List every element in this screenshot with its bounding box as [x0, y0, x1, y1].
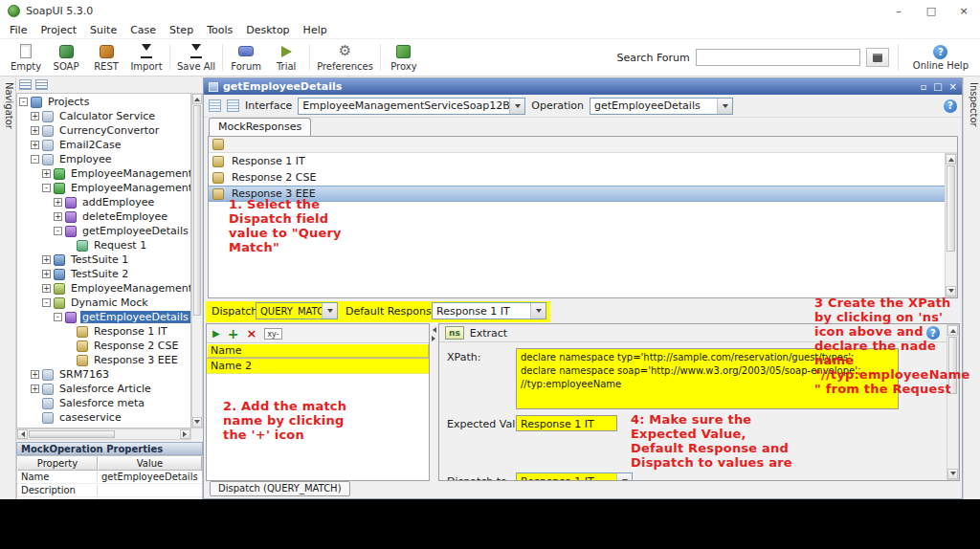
expand-toggle-icon[interactable]: +: [31, 141, 39, 149]
expand-toggle-icon[interactable]: +: [42, 270, 51, 278]
tree-item-operation[interactable]: - getEmployeeDetails: [17, 224, 190, 238]
tree-item-project[interactable]: Salesforce meta: [17, 396, 190, 410]
tree-vertical-scrollbar[interactable]: [191, 93, 203, 428]
chevron-down-icon[interactable]: [530, 303, 546, 318]
tree-item-mockresponse[interactable]: Response 1 IT: [17, 324, 190, 339]
float-window-icon[interactable]: ▫: [920, 81, 926, 92]
scrollbar-thumb[interactable]: [29, 430, 115, 438]
tree-item-project[interactable]: + Email2Case: [17, 138, 190, 152]
expected-value-input[interactable]: Response 1 IT: [516, 415, 617, 431]
tree-item-project[interactable]: + Calculator Service: [17, 109, 190, 123]
interface-dropdown[interactable]: EmployeeManagementServiceSoap12Binding: [298, 98, 525, 115]
expand-toggle-icon[interactable]: +: [31, 384, 39, 393]
add-match-icon[interactable]: +: [228, 328, 239, 340]
chevron-down-icon[interactable]: [616, 473, 632, 481]
expand-toggle-icon[interactable]: -: [31, 155, 39, 164]
inspector-side-tab[interactable]: Inspector: [963, 77, 980, 499]
navigator-side-tab[interactable]: Navigator: [0, 77, 16, 499]
panel-splitter[interactable]: [431, 323, 437, 481]
expand-toggle-icon[interactable]: +: [54, 212, 62, 221]
match-list-item[interactable]: Name 2: [207, 359, 429, 374]
help-icon[interactable]: ?: [944, 99, 957, 113]
tree-item-interface[interactable]: + EmployeeManagementServiceSoap1: [17, 166, 190, 181]
chevron-down-icon[interactable]: [322, 303, 337, 318]
menu-project[interactable]: Project: [33, 22, 83, 38]
tree-item-testsuite[interactable]: + TestSuite 2: [17, 267, 190, 281]
dispatch-bottom-tab[interactable]: Dispatch (QUERY_MATCH): [210, 481, 350, 496]
menu-case[interactable]: Case: [123, 22, 163, 38]
tree-item-mockresponse[interactable]: Response 3 EEE: [17, 353, 190, 367]
new-rest-project-button[interactable]: REST: [86, 42, 126, 73]
scrollbar-thumb[interactable]: [193, 105, 201, 316]
chevron-down-icon[interactable]: [717, 99, 732, 114]
scroll-right-icon[interactable]: [180, 429, 190, 439]
scroll-down-icon[interactable]: [947, 469, 958, 479]
response-list-item[interactable]: Response 1 IT: [209, 153, 957, 169]
extract-xpath-icon[interactable]: xy-: [264, 328, 281, 340]
tree-item-mockresponse[interactable]: Response 2 CSE: [17, 339, 190, 353]
tree-item-testsuite[interactable]: + TestSuite 1: [17, 253, 190, 267]
expand-toggle-icon[interactable]: +: [31, 370, 39, 379]
tree-item-projects-root[interactable]: - Projects: [17, 95, 190, 109]
tree-item-project[interactable]: + Salesforce Article: [17, 382, 190, 396]
scrollbar-thumb[interactable]: [947, 165, 955, 252]
tree-item-request[interactable]: Request 1: [17, 238, 190, 253]
expand-toggle-icon[interactable]: +: [42, 255, 51, 264]
trial-button[interactable]: Trial: [266, 42, 306, 73]
dispatch-to-dropdown[interactable]: Response 1 IT: [516, 472, 633, 481]
scroll-left-icon[interactable]: [17, 429, 28, 439]
expand-toggle-icon[interactable]: +: [54, 198, 62, 207]
scroll-up-icon[interactable]: [946, 154, 956, 165]
menu-desktop[interactable]: Desktop: [239, 22, 296, 38]
forum-search-button[interactable]: [866, 48, 889, 67]
menu-step[interactable]: Step: [163, 22, 200, 38]
expand-toggle-icon[interactable]: -: [54, 313, 62, 321]
tree-item-mockservice[interactable]: + EmployeeManagementServiceSoap1: [17, 281, 190, 296]
dispatch-dropdown[interactable]: QUERY_MATCH: [256, 302, 338, 319]
tree-item-mockoperation-selected[interactable]: - getEmployeeDetails: [17, 310, 190, 324]
tree-item-operation[interactable]: + addEmployee: [17, 195, 190, 209]
forum-button[interactable]: Forum: [226, 42, 266, 73]
run-icon[interactable]: ▶: [212, 328, 220, 339]
menu-help[interactable]: Help: [297, 22, 334, 38]
tab-mockresponses[interactable]: MockResponses: [209, 118, 311, 136]
save-all-button[interactable]: Save All: [173, 42, 219, 73]
list-view-icon[interactable]: [227, 99, 239, 112]
tree-item-project[interactable]: - Employee: [17, 152, 190, 166]
expand-toggle-icon[interactable]: -: [42, 298, 51, 307]
expand-tree-icon[interactable]: [35, 79, 48, 90]
tree-item-project[interactable]: + CurrencyConvertor: [17, 123, 190, 138]
new-empty-project-button[interactable]: Empty: [6, 42, 46, 73]
tree-horizontal-scrollbar[interactable]: [16, 428, 191, 440]
property-value[interactable]: getEmployeeDetails: [98, 472, 202, 482]
scroll-down-icon[interactable]: [192, 417, 202, 428]
collapse-tree-icon[interactable]: [19, 79, 32, 90]
declare-namespace-button[interactable]: ns: [445, 326, 464, 340]
chevron-down-icon[interactable]: [509, 99, 524, 114]
maximize-window-icon[interactable]: □: [933, 81, 942, 92]
operation-dropdown[interactable]: getEmployeeDetails: [590, 98, 733, 115]
tree-item-project[interactable]: caseservice: [17, 410, 190, 425]
expand-toggle-icon[interactable]: +: [42, 169, 51, 178]
delete-match-icon[interactable]: ×: [246, 328, 256, 340]
minimize-button[interactable]: –: [882, 0, 915, 21]
response-list-item[interactable]: Response 2 CSE: [209, 169, 957, 186]
expand-toggle-icon[interactable]: +: [42, 284, 51, 293]
online-help-button[interactable]: ? Online Help: [907, 45, 974, 71]
menu-file[interactable]: File: [3, 22, 33, 38]
default-response-dropdown[interactable]: Response 1 IT: [432, 302, 546, 319]
tree-item-operation[interactable]: + deleteEmployee: [17, 209, 190, 224]
responses-vertical-scrollbar[interactable]: [945, 153, 957, 297]
new-soap-project-button[interactable]: SOAP: [46, 42, 86, 73]
tree-item-mockservice[interactable]: - Dynamic Mock: [17, 296, 190, 310]
menu-tools[interactable]: Tools: [200, 22, 239, 38]
expand-toggle-icon[interactable]: -: [19, 98, 28, 106]
expand-toggle-icon[interactable]: -: [54, 227, 62, 235]
expand-toggle-icon[interactable]: +: [31, 112, 39, 121]
tree-item-interface[interactable]: - EmployeeManagementServiceSoap1: [17, 181, 190, 195]
proxy-button[interactable]: Proxy: [384, 42, 424, 73]
menu-suite[interactable]: Suite: [83, 22, 123, 38]
close-window-icon[interactable]: ×: [949, 81, 957, 92]
scroll-up-icon[interactable]: [192, 94, 202, 104]
collapse-right-icon[interactable]: [432, 336, 438, 341]
